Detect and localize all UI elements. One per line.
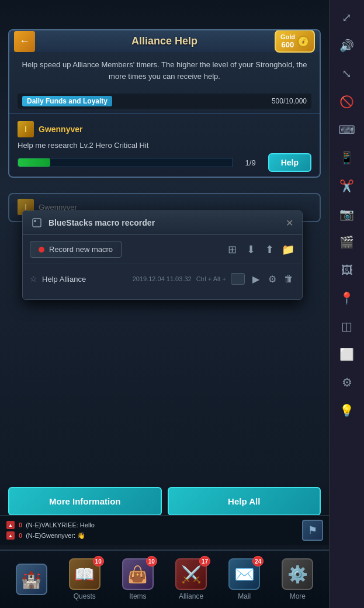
- sidebar-video-icon[interactable]: 🎬: [334, 229, 360, 255]
- chat-sender-name-2: (N-E)Gwennyver: 👋: [26, 532, 85, 540]
- daily-funds-bar: Daily Funds and Loyalty 500/10,000: [18, 94, 311, 109]
- macro-star-button[interactable]: ☆: [30, 274, 37, 284]
- chat-badge-area: ⚑: [302, 520, 323, 541]
- progress-text: 1/9: [239, 158, 262, 167]
- help-desc-text: Help speed up Alliance Members' timers. …: [22, 60, 307, 81]
- chat-message-1: ▲ 0 (N-E)VALKYRIEE: Hello: [6, 520, 323, 530]
- chat-area: ▲ 0 (N-E)VALKYRIEE: Hello ▲ 0 (N-E)Gwenn…: [0, 515, 329, 545]
- chat-sender-name-1: (N-E)VALKYRIEE: Hello: [26, 521, 95, 528]
- sidebar-fullscreen-icon[interactable]: ⤢: [334, 5, 360, 30]
- nav-alliance-icon-container: ⚔️ 17: [175, 558, 207, 590]
- macro-play-button[interactable]: ▶: [249, 272, 262, 285]
- sidebar-disable-icon[interactable]: 🚫: [334, 89, 360, 115]
- help-description: Help speed up Alliance Members' timers. …: [9, 52, 320, 89]
- svg-rect-0: [33, 219, 41, 227]
- back-button[interactable]: ←: [14, 31, 35, 52]
- macro-toolbar-icons: ⊞ ⬇ ⬆ 📁: [225, 243, 295, 257]
- progress-bar-fill: [18, 158, 50, 167]
- macro-close-button[interactable]: ✕: [283, 217, 295, 229]
- sidebar-settings-icon[interactable]: ⚙: [334, 369, 360, 395]
- alliance-header: ← Alliance Help Gold 600 💰: [9, 30, 320, 52]
- bottom-nav: 🏰 📖 10 Quests 👜 10 Items ⚔️ 17 All: [0, 550, 329, 608]
- help-request: I Gwennyver Help me research Lv.2 Hero C…: [9, 116, 320, 177]
- nav-item-home[interactable]: 🏰: [8, 564, 55, 595]
- nav-quests-icon-container: 📖 10: [69, 558, 100, 590]
- divider: [9, 113, 320, 114]
- nav-items-badge: 10: [146, 556, 157, 566]
- nav-mail-label: Mail: [238, 592, 251, 600]
- macro-settings-button[interactable]: ⚙: [266, 272, 279, 285]
- chat-message-2: ▲ 0 (N-E)Gwennyver: 👋: [6, 531, 323, 540]
- gold-amount: 600: [282, 40, 294, 49]
- record-new-macro-button[interactable]: Record new macro: [30, 241, 122, 258]
- chat-icon-2: ▲: [6, 531, 15, 540]
- nav-more-icon: ⚙️: [282, 558, 313, 590]
- record-btn-label: Record new macro: [49, 245, 113, 254]
- sidebar-shrink-icon[interactable]: ⤡: [334, 61, 360, 87]
- nav-quests-label: Quests: [74, 592, 96, 600]
- guild-icon[interactable]: ⚑: [302, 520, 323, 541]
- help-button[interactable]: Help: [268, 153, 311, 172]
- progress-row: 1/9 Help: [18, 153, 311, 172]
- nav-item-mail[interactable]: ✉️ 24 Mail: [221, 558, 268, 600]
- daily-funds-label: Daily Funds and Loyalty: [22, 96, 112, 106]
- sidebar-phone-icon[interactable]: 📱: [334, 145, 360, 171]
- nav-mail-badge: 24: [252, 556, 264, 566]
- sidebar-image-icon[interactable]: 🖼: [334, 257, 360, 283]
- nav-item-items[interactable]: 👜 10 Items: [115, 558, 161, 600]
- alliance-title: Alliance Help: [131, 35, 197, 47]
- gold-label: Gold: [280, 33, 295, 40]
- macro-item: ☆ Help Alliance 2019.12.04 11.03.32 Ctrl…: [30, 269, 295, 289]
- request-text: Help me research Lv.2 Hero Critical Hit: [18, 141, 311, 150]
- sidebar-multiinstance-icon[interactable]: ◫: [334, 313, 360, 339]
- macro-recorder-panel: BlueStacks macro recorder ✕ Record new m…: [22, 210, 303, 300]
- nav-mail-icon-container: ✉️ 24: [228, 558, 260, 590]
- more-information-button[interactable]: More Information: [8, 487, 162, 516]
- progress-bar-container: [18, 158, 233, 167]
- daily-funds-value: 500/10,000: [272, 97, 307, 105]
- sidebar-location-icon[interactable]: 📍: [334, 285, 360, 311]
- folder-icon[interactable]: 📁: [281, 243, 295, 257]
- macro-list: ☆ Help Alliance 2019.12.04 11.03.32 Ctrl…: [23, 264, 302, 299]
- macro-shortcut: Ctrl + Alt +: [196, 275, 226, 282]
- download-icon[interactable]: ⬇: [244, 243, 258, 257]
- alliance-panel: ← Alliance Help Gold 600 💰 Help speed up…: [8, 29, 321, 178]
- sidebar-keyboard-icon[interactable]: ⌨: [334, 117, 360, 143]
- sidebar-volume-icon[interactable]: 🔊: [334, 33, 360, 58]
- sidebar-crop-icon[interactable]: ✂️: [334, 173, 360, 199]
- nav-quests-badge: 10: [93, 556, 104, 566]
- nav-item-more[interactable]: ⚙️ More: [274, 558, 321, 600]
- sidebar-macro-icon[interactable]: ⬜: [334, 341, 360, 367]
- nav-more-label: More: [290, 592, 306, 600]
- nav-items-label: Items: [129, 592, 146, 600]
- macro-delete-button[interactable]: 🗑: [282, 272, 295, 285]
- sidebar: ⤢ 🔊 ⤡ 🚫 ⌨ 📱 ✂️ 📷 🎬 🖼 📍 ◫ ⬜ ⚙ 💡: [329, 0, 364, 608]
- macro-actions: ▶ ⚙ 🗑: [249, 272, 295, 285]
- chat-sender-1: 0: [19, 521, 22, 528]
- nav-item-alliance[interactable]: ⚔️ 17 Alliance: [168, 558, 214, 600]
- nav-item-quests[interactable]: 📖 10 Quests: [61, 558, 108, 600]
- nav-alliance-label: Alliance: [179, 592, 203, 600]
- requester-name: Gwennyver: [39, 125, 82, 134]
- macro-date: 2019.12.04 11.03.32: [133, 275, 192, 282]
- nav-home-icon: 🏰: [16, 564, 47, 595]
- requester-info: I Gwennyver: [18, 121, 311, 137]
- macro-key-box[interactable]: [231, 273, 245, 285]
- nav-home-icon-container: 🏰: [16, 564, 47, 595]
- upload-icon[interactable]: ⬆: [262, 243, 276, 257]
- import-icon[interactable]: ⊞: [225, 243, 239, 257]
- record-indicator: [39, 247, 44, 253]
- macro-title: BlueStacks macro recorder: [48, 218, 283, 227]
- gold-badge: Gold 600 💰: [275, 30, 315, 53]
- macro-name: Help Alliance: [42, 275, 128, 284]
- macro-header: BlueStacks macro recorder ✕: [23, 211, 302, 235]
- nav-items-icon-container: 👜 10: [122, 558, 154, 590]
- nav-alliance-badge: 17: [199, 556, 210, 566]
- macro-recorder-icon: [30, 216, 44, 230]
- main-area: BS BlueStacks 4.150.0.1118 🏠 👤 ☽ ⟳ 🔍 ☰ —…: [0, 0, 329, 608]
- sidebar-light-icon[interactable]: 💡: [334, 398, 360, 423]
- svg-point-1: [34, 220, 36, 222]
- chat-icon-1: ▲: [6, 520, 15, 530]
- sidebar-camera-icon[interactable]: 📷: [334, 201, 360, 227]
- help-all-button[interactable]: Help All: [168, 487, 321, 516]
